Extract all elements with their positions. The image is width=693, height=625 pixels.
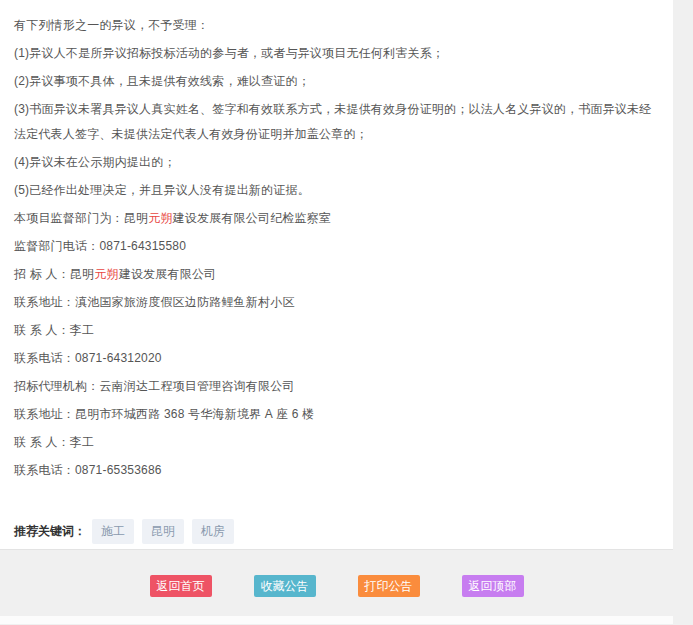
recommended-keywords-label: 推荐关键词： — [14, 523, 86, 540]
tenderer-address-line: 联系地址：滇池国家旅游度假区边防路鲤鱼新村小区 — [14, 290, 657, 315]
objection-item-5: (5)已经作出处理决定，并且异议人没有提出新的证据。 — [14, 178, 657, 203]
tenderer-name-suffix: 建设发展有限公司 — [119, 267, 217, 281]
agency-address-line: 联系地址：昆明市环城西路 368 号华海新境界 A 座 6 楼 — [14, 402, 657, 427]
objection-intro-line: 有下列情形之一的异议，不予受理： — [14, 13, 657, 38]
back-to-top-button[interactable]: 返回顶部 — [462, 575, 524, 597]
agency-contact-line: 联 系 人：李工 — [14, 430, 657, 455]
supervision-dept-line: 本项目监督部门为：昆明元朔建设发展有限公司纪检监察室 — [14, 206, 657, 231]
tenderer-name-prefix: 招 标 人：昆明 — [14, 267, 94, 281]
keyword-tag-machine-room[interactable]: 机房 — [192, 519, 234, 544]
agency-name-line: 招标代理机构：云南润达工程项目管理咨询有限公司 — [14, 374, 657, 399]
objection-item-1: (1)异议人不是所异议招标投标活动的参与者，或者与异议项目无任何利害关系； — [14, 41, 657, 66]
keyword-tag-kunming[interactable]: 昆明 — [142, 519, 184, 544]
print-notice-button[interactable]: 打印公告 — [358, 575, 420, 597]
back-home-button[interactable]: 返回首页 — [150, 575, 212, 597]
objection-item-3: (3)书面异议未署具异议人真实姓名、签字和有效联系方式，未提供有效身份证明的；以… — [14, 97, 657, 147]
recommended-keywords-row: 推荐关键词： 施工 昆明 机房 — [14, 519, 657, 544]
highlight-keyword-yuanshuo: 元朔 — [94, 267, 118, 281]
supervision-phone-line: 监督部门电话：0871-64315580 — [14, 234, 657, 259]
agency-phone-line: 联系电话：0871-65353686 — [14, 458, 657, 483]
supervision-dept-suffix: 建设发展有限公司纪检监察室 — [173, 211, 332, 225]
next-section-edge — [0, 616, 673, 624]
tenderer-name-line: 招 标 人：昆明元朔建设发展有限公司 — [14, 262, 657, 287]
keyword-tag-construction[interactable]: 施工 — [92, 519, 134, 544]
highlight-keyword-yuanshuo: 元朔 — [148, 211, 172, 225]
footer-action-bar: 返回首页 收藏公告 打印公告 返回顶部 — [0, 550, 673, 616]
announcement-article: 有下列情形之一的异议，不予受理： (1)异议人不是所异议招标投标活动的参与者，或… — [0, 0, 673, 550]
supervision-dept-prefix: 本项目监督部门为：昆明 — [14, 211, 148, 225]
tenderer-phone-line: 联系电话：0871-64312020 — [14, 346, 657, 371]
tenderer-contact-line: 联 系 人：李工 — [14, 318, 657, 343]
objection-item-4: (4)异议未在公示期内提出的； — [14, 150, 657, 175]
objection-item-2: (2)异议事项不具体，且未提供有效线索，难以查证的； — [14, 69, 657, 94]
favorite-notice-button[interactable]: 收藏公告 — [254, 575, 316, 597]
